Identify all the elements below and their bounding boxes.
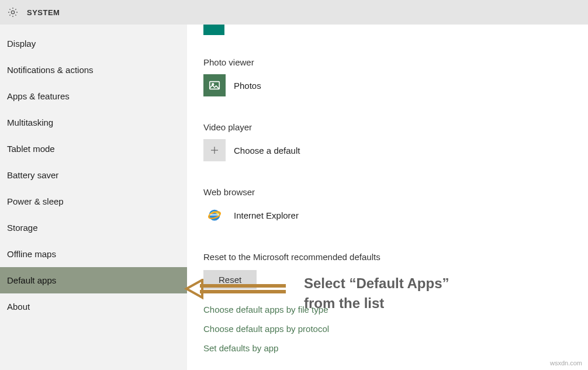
video-player-app-name: Choose a default — [234, 146, 300, 155]
sidebar-item-power-sleep[interactable]: Power & sleep — [0, 188, 187, 215]
sidebar-item-multitasking[interactable]: Multitasking — [0, 109, 187, 136]
content-pane: Photo viewer Photos Video player Choose … — [187, 25, 588, 370]
watermark: wsxdn.com — [550, 359, 582, 366]
reset-label: Reset to the Microsoft recommended defau… — [203, 252, 572, 262]
partial-app-tile[interactable] — [203, 25, 224, 35]
sidebar-item-display[interactable]: Display — [0, 30, 187, 57]
sidebar-item-default-apps[interactable]: Default apps — [0, 267, 187, 293]
link-by-app[interactable]: Set defaults by app — [203, 343, 572, 353]
web-browser-app-row[interactable]: Internet Explorer — [203, 204, 572, 226]
photos-app-icon — [203, 74, 226, 96]
section-photo-viewer-label: Photo viewer — [203, 57, 572, 67]
sidebar-item-notifications[interactable]: Notifications & actions — [0, 57, 187, 83]
section-web-browser-label: Web browser — [203, 187, 572, 197]
video-player-app-row[interactable]: Choose a default — [203, 139, 572, 161]
sidebar-item-storage[interactable]: Storage — [0, 215, 187, 241]
sidebar-item-about[interactable]: About — [0, 293, 187, 320]
photo-viewer-app-name: Photos — [234, 81, 261, 91]
link-by-file-type[interactable]: Choose default apps by file type — [203, 305, 572, 314]
web-browser-app-name: Internet Explorer — [234, 210, 299, 220]
sidebar-item-apps-features[interactable]: Apps & features — [0, 83, 187, 109]
reset-button[interactable]: Reset — [203, 270, 257, 289]
sidebar-item-battery-saver[interactable]: Battery saver — [0, 162, 187, 188]
internet-explorer-icon — [203, 204, 226, 226]
section-video-player-label: Video player — [203, 122, 572, 132]
page-title: SYSTEM — [27, 8, 60, 17]
svg-rect-7 — [210, 214, 219, 216]
sidebar: Display Notifications & actions Apps & f… — [0, 25, 187, 370]
gear-icon[interactable] — [7, 6, 19, 18]
photo-viewer-app-row[interactable]: Photos — [203, 74, 572, 96]
links-group: Choose default apps by file type Choose … — [203, 305, 572, 353]
svg-point-0 — [11, 11, 14, 13]
plus-icon — [203, 139, 226, 161]
sidebar-item-tablet-mode[interactable]: Tablet mode — [0, 136, 187, 162]
link-by-protocol[interactable]: Choose default apps by protocol — [203, 324, 572, 334]
sidebar-item-offline-maps[interactable]: Offline maps — [0, 241, 187, 267]
main-area: Display Notifications & actions Apps & f… — [0, 25, 588, 370]
header-bar: SYSTEM — [0, 0, 588, 25]
